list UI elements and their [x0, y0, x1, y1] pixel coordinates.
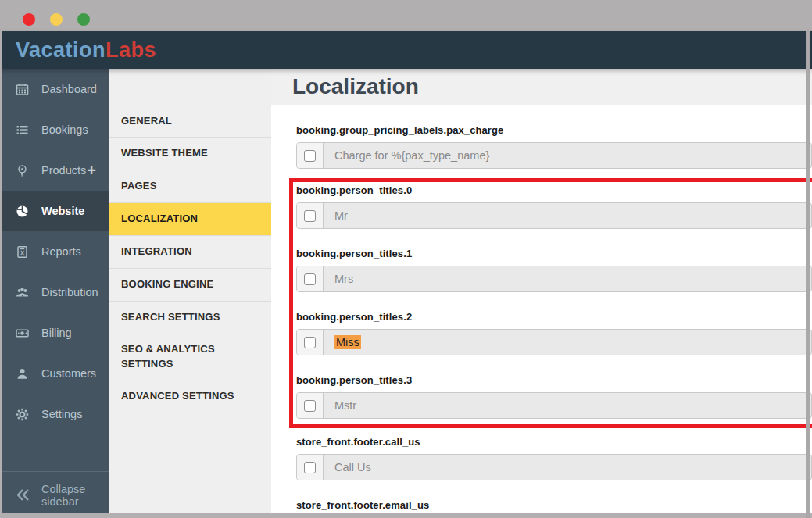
translation-input-group: Miss: [296, 329, 812, 355]
field-key-label: booking.group_pricing_labels.pax_charge: [296, 124, 812, 136]
tab-booking-engine[interactable]: BOOKING ENGINE: [109, 269, 271, 302]
brand-logo-primary: Vacation: [16, 38, 106, 62]
translation-input[interactable]: Mstr: [324, 393, 811, 418]
close-window-button[interactable]: [23, 13, 35, 26]
translation-input[interactable]: Charge for %{pax_type_name}: [324, 143, 811, 168]
window-titlebar: [0, 0, 812, 31]
translation-input[interactable]: Miss: [324, 330, 811, 355]
checkbox-box: [304, 337, 316, 348]
window-left-edge: [0, 31, 2, 518]
tab-label: INTEGRATION: [121, 245, 192, 259]
sidebar-item-bookings[interactable]: Bookings: [0, 109, 109, 150]
translation-input-group: Call Us: [296, 454, 812, 480]
page-header: Localization: [271, 69, 812, 105]
tab-website-theme[interactable]: WEBSITE THEME: [109, 138, 271, 170]
sidebar-item-label: Dashboard: [41, 83, 97, 95]
sidebar-item-website[interactable]: Website: [0, 191, 109, 231]
field-pax-charge: booking.group_pricing_labels.pax_charge …: [296, 124, 812, 169]
sidebar-item-label: Products: [41, 164, 86, 177]
person-icon: [16, 367, 29, 380]
main-content: Localization booking.group_pricing_label…: [271, 69, 812, 518]
tab-search-settings[interactable]: SEARCH SETTINGS: [109, 302, 271, 334]
sidebar-item-billing[interactable]: Billing: [0, 313, 109, 353]
tab-seo-analytics-settings[interactable]: SEO & ANALYTICS SETTINGS: [109, 334, 271, 380]
field-key-label: booking.person_titles.1: [296, 248, 812, 259]
tab-general[interactable]: GENERAL: [109, 105, 271, 138]
list-icon: [16, 123, 29, 137]
add-product-icon[interactable]: +: [87, 162, 96, 180]
calendar-icon: [16, 83, 29, 96]
tab-label: SEARCH SETTINGS: [121, 310, 220, 325]
vertical-scrollbar[interactable]: [806, 31, 810, 518]
maximize-window-button[interactable]: [77, 13, 90, 26]
red-annotation-box: booking.person_titles.0 Mr booking.perso…: [289, 178, 812, 428]
field-key-label: booking.person_titles.0: [296, 184, 812, 196]
tab-label: SEO & ANALYTICS SETTINGS: [121, 342, 238, 372]
tab-pages[interactable]: PAGES: [109, 170, 271, 203]
sidebar-item-customers[interactable]: Customers: [0, 353, 109, 394]
localization-form: booking.group_pricing_labels.pax_charge …: [271, 124, 812, 518]
sidebar-item-settings[interactable]: Settings: [0, 394, 109, 434]
gear-icon: [16, 408, 29, 421]
report-icon: x: [16, 245, 29, 259]
translation-checkbox[interactable]: [297, 330, 324, 355]
translation-input-group: Charge for %{pax_type_name}: [296, 142, 812, 169]
brand-logo-secondary: Labs: [106, 38, 156, 62]
translation-input[interactable]: Call Us: [324, 455, 811, 480]
sidebar-item-distribution[interactable]: Distribution: [0, 272, 109, 313]
translation-input-group: Mr: [296, 202, 812, 229]
field-key-label: store_front.footer.call_us: [296, 436, 812, 448]
checkbox-box: [304, 462, 316, 473]
field-key-label: store_front.footer.email_us: [296, 499, 812, 511]
translation-value: Charge for %{pax_type_name}: [334, 149, 489, 162]
svg-text:x: x: [20, 248, 24, 256]
translation-value: Mr: [334, 209, 348, 222]
field-key-label: booking.person_titles.3: [296, 374, 812, 386]
translation-input[interactable]: Mrs: [324, 266, 811, 291]
window-bottom-edge: [0, 513, 812, 518]
double-chevron-left-icon: [16, 488, 30, 502]
sidebar-item-dashboard[interactable]: Dashboard: [0, 69, 109, 109]
translation-value: Mrs: [334, 273, 353, 285]
tab-localization[interactable]: LOCALIZATION: [109, 203, 271, 236]
brand-logo[interactable]: VacationLabs: [16, 38, 156, 63]
tab-label: WEBSITE THEME: [121, 146, 208, 161]
translation-checkbox[interactable]: [297, 455, 324, 480]
translation-input-group: Mstr: [296, 392, 812, 419]
globe-icon: [16, 205, 29, 218]
tab-integration[interactable]: INTEGRATION: [109, 236, 271, 269]
minimize-window-button[interactable]: [50, 13, 63, 26]
checkbox-box: [304, 210, 316, 222]
bulb-icon: [16, 164, 29, 177]
tab-label: BOOKING ENGINE: [121, 277, 213, 292]
translation-value: Call Us: [334, 461, 371, 473]
translation-checkbox[interactable]: [297, 266, 324, 291]
main-sidebar: Dashboard Bookings Products + Websit: [0, 69, 109, 518]
search-highlighted-value: Miss: [334, 335, 361, 349]
tab-label: LOCALIZATION: [121, 212, 198, 227]
tab-label: ADVANCED SETTINGS: [121, 389, 234, 404]
sidebar-item-label: Website: [41, 205, 84, 217]
sidebar-item-label: Billing: [41, 327, 72, 339]
field-call-us: store_front.footer.call_us Call Us: [296, 436, 812, 480]
translation-input-group: Mrs: [296, 266, 812, 292]
translation-checkbox[interactable]: [297, 393, 324, 418]
sidebar-item-label: Reports: [41, 245, 81, 258]
translation-input[interactable]: Mr: [324, 203, 811, 228]
sidebar-item-label: Customers: [41, 367, 96, 380]
translation-value: Mstr: [334, 399, 356, 412]
sidebar-item-label: Distribution: [41, 286, 98, 298]
website-settings-submenu: GENERAL WEBSITE THEME PAGES LOCALIZATION…: [109, 69, 271, 518]
collapse-sidebar-button[interactable]: Collapse sidebar: [0, 471, 109, 518]
tab-label: PAGES: [121, 179, 157, 194]
translation-checkbox[interactable]: [297, 143, 324, 168]
collapse-sidebar-label: Collapse sidebar: [41, 483, 109, 508]
app-window: VacationLabs Dashboard Bookings: [0, 0, 812, 518]
sidebar-item-products[interactable]: Products +: [0, 150, 109, 191]
tab-advanced-settings[interactable]: ADVANCED SETTINGS: [109, 380, 271, 413]
sidebar-item-reports[interactable]: x Reports: [0, 231, 109, 272]
sidebar-item-label: Settings: [41, 408, 82, 420]
translation-checkbox[interactable]: [297, 203, 324, 228]
field-key-label: booking.person_titles.2: [296, 311, 812, 323]
banknote-icon: [16, 327, 29, 340]
